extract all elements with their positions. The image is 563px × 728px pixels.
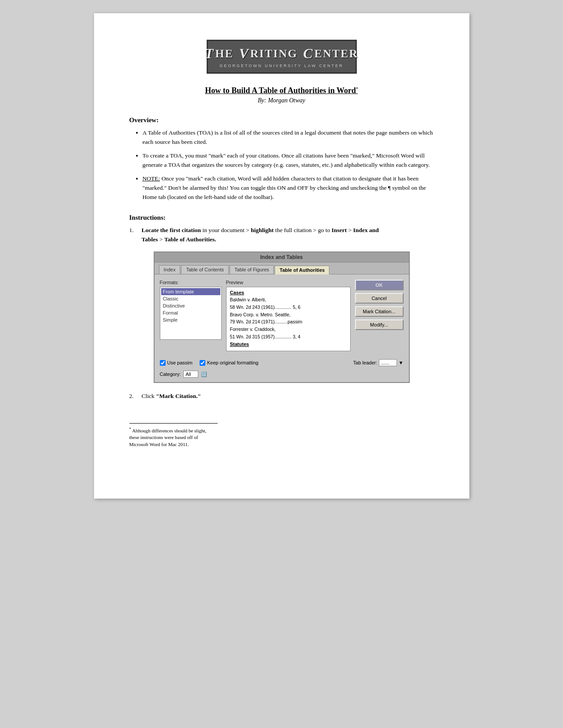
modify-button[interactable]: Modify... [355, 319, 404, 330]
logo-box: T HE V RITING C ENTER GEORGETOWN UNIVERS… [207, 40, 357, 74]
dialog-buttons: OK Cancel Mark Citation... Modify... [355, 280, 404, 351]
category-label: Category: [160, 372, 181, 377]
logo-drop-v: V [239, 45, 249, 62]
bold-toa: Table of Authorities. [164, 236, 216, 243]
cancel-button[interactable]: Cancel [355, 293, 404, 304]
logo-he: HE [215, 47, 234, 60]
preview-case-1: Baldwin v. Alberti, [230, 296, 347, 303]
doc-title-section: How to Build A Table of Authorities in W… [129, 86, 434, 104]
keep-formatting-label: Keep original formatting [207, 360, 258, 365]
use-passim-checkbox[interactable] [160, 360, 166, 366]
list-item: NOTE: Once you "mark" each citation, Wor… [143, 174, 434, 202]
logo-riting: RITING [250, 47, 298, 60]
category-row: Category: All 🔢 [155, 371, 409, 382]
list-item: To create a TOA, you must "mark" each of… [143, 151, 434, 170]
format-item-distinctive[interactable]: Distinctive [161, 302, 220, 309]
use-passim-group: Use passim [160, 360, 193, 366]
author-byline: By: Morgan Otway [129, 97, 434, 104]
logo-drop-c: C [303, 45, 313, 62]
category-dropdown-icon[interactable]: 🔢 [201, 372, 207, 377]
logo-title: T HE V RITING C ENTER [216, 45, 348, 62]
footnote-marker: * [129, 427, 132, 431]
tab-leader-dropdown-icon[interactable]: ▼ [399, 360, 404, 365]
preview-case-4: 79 Wn. 2d 214 (1971)..........passim [230, 319, 347, 325]
tab-index[interactable]: Index [159, 265, 181, 274]
tab-authorities[interactable]: Table of Authorities [275, 266, 329, 274]
dialog-tabs: Index Table of Contents Table of Figures… [155, 263, 409, 274]
instr-number-2: 2. [129, 392, 138, 401]
tab-toc[interactable]: Table of Contents [181, 265, 229, 274]
preview-box: Cases Baldwin v. Alberti, 58 Wn. 2d 243 … [226, 287, 351, 351]
preview-case-3: Bravo Corp. v. Metro. Seattle, [230, 311, 347, 318]
format-item-formal[interactable]: Formal [161, 309, 220, 316]
page: T HE V RITING C ENTER GEORGETOWN UNIVERS… [94, 13, 469, 499]
logo-drop-t: T [205, 45, 215, 62]
tab-leader-select[interactable]: ...... [379, 359, 397, 366]
footnote-text: Although differences should be slight, t… [129, 428, 207, 447]
keep-formatting-checkbox[interactable] [200, 360, 205, 366]
bold-highlight: highlight [251, 227, 274, 233]
ok-button[interactable]: OK [355, 280, 404, 290]
dialog-body: Formats: From template Classic Distincti… [155, 274, 409, 356]
title-superscript: * [356, 86, 358, 91]
logo-container: T HE V RITING C ENTER GEORGETOWN UNIVERS… [129, 40, 434, 74]
list-item: A Table of Authorities (TOA) is a list o… [143, 128, 434, 147]
footnote: * Although differences should be slight,… [129, 426, 218, 448]
preview-case-6: 51 Wn. 2d 315 (1957)............. 3, 4 [230, 334, 347, 340]
preview-label: Preview [226, 280, 351, 285]
format-item-template[interactable]: From template [161, 288, 220, 295]
use-passim-label: Use passim [167, 360, 193, 365]
formats-label: Formats: [160, 280, 222, 285]
instr-text-2: Click "Mark Citation." [142, 392, 434, 401]
logo-enter: ENTER [314, 47, 359, 60]
preview-case-5: Forrester v. Craddock, [230, 326, 347, 333]
overview-list: A Table of Authorities (TOA) is a list o… [143, 128, 434, 202]
formats-list[interactable]: From template Classic Distinctive Formal… [160, 287, 222, 340]
bold-tables: Tables [142, 236, 158, 243]
preview-statutes-heading: Statutes [230, 341, 347, 347]
dialog-bottom: Use passim Keep original formatting Tab … [155, 356, 409, 371]
format-item-simple[interactable]: Simple [161, 316, 220, 323]
tab-leader-label: Tab leader: [353, 360, 377, 365]
dialog-container: Index and Tables Index Table of Contents… [129, 251, 434, 383]
dialog-preview-section: Preview Cases Baldwin v. Alberti, 58 Wn.… [226, 280, 351, 351]
dialog-box: Index and Tables Index Table of Contents… [154, 251, 410, 383]
list-item: 1. Locate the first citation in your doc… [129, 226, 434, 244]
keep-formatting-group: Keep original formatting [200, 360, 258, 366]
category-select[interactable]: All [183, 371, 198, 378]
title-text: How to Build A Table of Authorities in W… [205, 86, 356, 95]
footnote-divider: * Although differences should be slight,… [129, 423, 218, 448]
bold-mark-citation: "Mark Citation." [156, 393, 201, 399]
mark-citation-button[interactable]: Mark Citation... [355, 306, 404, 317]
format-item-classic[interactable]: Classic [161, 295, 220, 302]
tab-leader-group: Tab leader: ...... ▼ [353, 359, 404, 366]
note-label: NOTE: [143, 175, 160, 182]
preview-case-2: 58 Wn. 2d 243 (1961)............. 5, 6 [230, 304, 347, 311]
bold-locate: Locate the first citation [142, 227, 201, 233]
instr-text-1: Locate the first citation in your docume… [142, 226, 434, 244]
logo-subtitle: GEORGETOWN UNIVERSITY LAW CENTER [216, 64, 348, 68]
instr-number-1: 1. [129, 226, 138, 244]
tab-figures[interactable]: Table of Figures [230, 265, 274, 274]
preview-cases-heading: Cases [230, 290, 347, 295]
dialog-formats-section: Formats: From template Classic Distincti… [160, 280, 222, 351]
bold-index-and: Index and [353, 227, 379, 233]
list-item-2: 2. Click "Mark Citation." [129, 392, 434, 401]
overview-heading: Overview: [129, 116, 434, 124]
instructions-list-2: 2. Click "Mark Citation." [129, 392, 434, 401]
dialog-titlebar: Index and Tables [155, 252, 409, 263]
instructions-list: 1. Locate the first citation in your doc… [129, 226, 434, 244]
page-title: How to Build A Table of Authorities in W… [129, 86, 434, 95]
instructions-heading: Instructions: [129, 214, 434, 221]
bold-insert: Insert [332, 227, 347, 233]
